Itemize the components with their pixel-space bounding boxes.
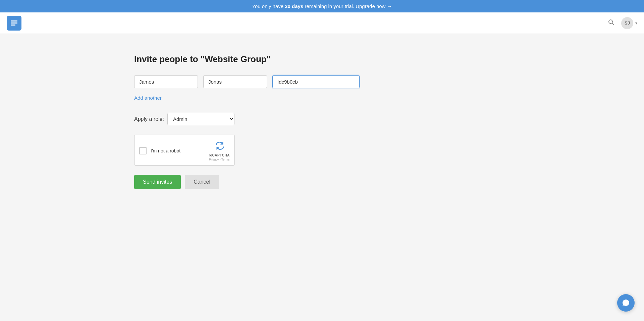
captcha-text: I'm not a robot — [151, 148, 180, 153]
captcha-left: I'm not a robot — [139, 147, 180, 154]
logo-icon[interactable] — [7, 16, 21, 31]
chevron-down-icon[interactable]: ▾ — [635, 21, 637, 26]
user-area[interactable]: SJ ▾ — [621, 17, 637, 29]
svg-rect-1 — [11, 22, 17, 24]
last-name-input[interactable] — [203, 75, 267, 88]
banner-days: 30 days — [285, 3, 303, 9]
main-content: Invite people to "Website Group" Add ano… — [121, 34, 523, 209]
chat-bubble[interactable] — [617, 294, 635, 312]
first-name-input[interactable] — [134, 75, 198, 88]
captcha-box: I'm not a robot reCAPTCHA Privacy - Term… — [134, 135, 235, 166]
svg-rect-0 — [11, 20, 17, 21]
captcha-checkbox[interactable] — [139, 147, 147, 154]
invite-row — [134, 75, 510, 88]
banner-prefix: You only have — [252, 3, 285, 9]
svg-line-4 — [612, 23, 614, 25]
recaptcha-links: Privacy - Terms — [209, 158, 230, 161]
page-title: Invite people to "Website Group" — [134, 54, 510, 64]
add-another-link[interactable]: Add another — [134, 95, 162, 101]
email-input[interactable] — [272, 75, 360, 88]
captcha-right: reCAPTCHA Privacy - Terms — [209, 140, 230, 161]
button-row: Send invites Cancel — [134, 175, 510, 189]
recaptcha-logo-icon — [214, 140, 225, 153]
header-right: SJ ▾ — [606, 17, 637, 29]
trial-banner: You only have 30 days remaining in your … — [0, 0, 644, 12]
role-label: Apply a role: — [134, 116, 164, 122]
header: SJ ▾ — [0, 12, 644, 34]
role-row: Apply a role: Admin Member Viewer — [134, 113, 510, 125]
cancel-button[interactable]: Cancel — [185, 175, 219, 189]
recaptcha-brand: reCAPTCHA — [209, 153, 230, 157]
recaptcha-privacy-link[interactable]: Privacy — [209, 158, 219, 161]
role-select[interactable]: Admin Member Viewer — [167, 113, 234, 125]
recaptcha-terms-link[interactable]: Terms — [221, 158, 230, 161]
avatar[interactable]: SJ — [621, 17, 633, 29]
search-button[interactable] — [606, 17, 616, 29]
svg-rect-2 — [11, 25, 15, 26]
banner-suffix: remaining in your trial. Upgrade now → — [303, 3, 392, 9]
send-invites-button[interactable]: Send invites — [134, 175, 181, 189]
